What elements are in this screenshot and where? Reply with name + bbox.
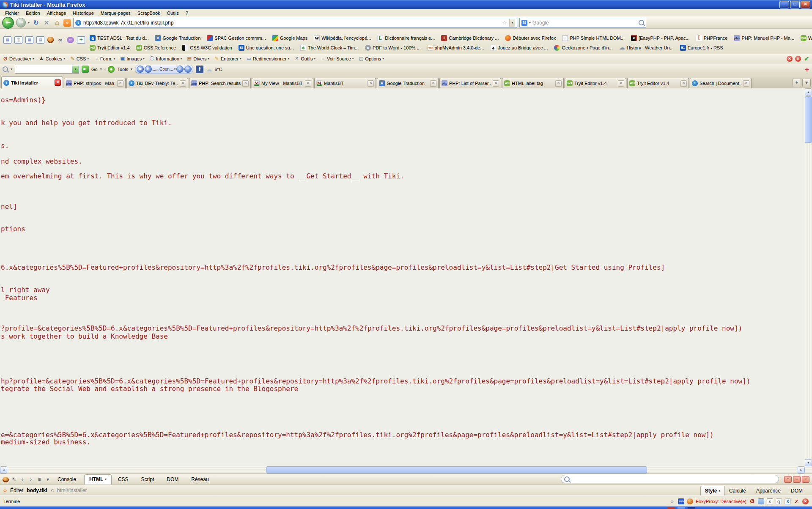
menu-item[interactable]: Fichier [2,10,22,16]
browser-tab[interactable]: M My View - MantisBT ✕ [252,78,313,88]
tab-close-icon[interactable]: ✕ [368,80,374,87]
bookmark[interactable]: E1 Europe1.fr - RSS [680,45,723,51]
bookmark[interactable]: SPAC Gestion commm... [207,35,266,41]
firebug-side-tab[interactable]: DOM [787,486,809,495]
bookmark[interactable]: a TEST ADSL : Test du d... [90,35,148,41]
browser-tab[interactable]: t Search | Document... ✕ [690,78,752,88]
tab-close-icon[interactable]: ✕ [743,80,749,87]
tab-close-icon[interactable]: ✕ [180,80,186,87]
stop-button[interactable]: ✕ [42,19,51,27]
firebug-tab[interactable]: Script [137,475,161,484]
media-play-button[interactable]: ► [145,66,152,73]
horizontal-scroll-thumb[interactable] [266,466,647,473]
webdev-menu[interactable]: ▢ Options ▾ [358,56,384,61]
gear-icon[interactable] [108,66,115,73]
forward-button[interactable]: → [16,18,26,27]
statusbar-icon[interactable]: X [785,498,791,504]
counter-label[interactable]: Coun... [159,67,173,71]
close-button[interactable]: ✕ [801,1,810,8]
browser-tab[interactable]: M MantisBT ✕ [314,78,376,88]
magnifier-dropdown-icon[interactable]: ▾ [11,67,12,71]
bookmark[interactable]: ☁ History : Weather Un... [619,45,674,51]
firebug-minimize-icon[interactable]: − [784,476,792,483]
edit-source-icon[interactable]: ‹› [3,487,7,493]
firebug-search-input[interactable] [561,475,779,483]
webdev-menu[interactable]: ✎ Entourer ▾ [214,56,241,61]
bookmark[interactable]: + Cambridge Dictionary ... [441,35,499,41]
statusbar-icon[interactable]: S [767,498,773,504]
tab-close-icon[interactable]: ✕ [555,80,562,87]
reload-button[interactable]: ↻ [32,19,40,27]
webdev-menu[interactable]: ≡ Voir Source ▾ [320,56,354,61]
bookmark[interactable]: php PHP: Manuel PHP - Ma... [734,35,794,41]
tab-list-button[interactable]: ▾ [802,79,811,87]
back-button[interactable]: ← [2,17,14,29]
error-icon[interactable]: ✕ [787,56,793,62]
horizontal-scrollbar[interactable]: ◄ ► [0,466,812,473]
addon-icon[interactable]: + [77,36,85,44]
tab-close-icon[interactable]: ✕ [680,80,687,87]
statusbar-icon[interactable]: Ø [749,498,755,504]
tab-close-icon[interactable]: ✕ [493,80,499,87]
firebug-tab[interactable]: Console [53,475,82,484]
statusbar-icon[interactable]: » [669,498,675,504]
breadcrumb-node[interactable]: body.tiki [27,487,47,493]
firebug-tab[interactable]: CSS [113,475,135,484]
bookmark[interactable]: ≡ PHP Simple HTML DOM... [562,35,625,41]
foxyproxy-status[interactable]: FoxyProxy: Désactivé(e) [696,499,746,504]
error-icon[interactable]: ✕ [795,56,801,62]
statusbar-icon[interactable]: FVD [678,498,684,504]
tools-dropdown-icon[interactable]: ▾ [131,67,132,71]
menu-item[interactable]: Édition [22,10,44,16]
valid-icon[interactable]: ✔ [804,56,809,62]
bookmark[interactable]: * The World Clock – Tim... [300,45,359,51]
bookmark[interactable]: L Dictionnaire français e... [377,35,435,41]
combo-dropdown-icon[interactable]: ▾ [72,66,79,73]
firebug-side-tab[interactable]: Style ▾ [700,486,725,495]
vertical-scrollbar[interactable]: ▲ ▼ [805,88,812,466]
addon-icon[interactable]: ▦ [3,36,11,44]
forward-history-icon[interactable]: › [27,476,34,482]
browser-tab[interactable]: php PHP: List of Parser ... ✕ [439,78,501,88]
go-button[interactable]: ► [82,66,89,73]
bookmark[interactable]: Google Maps [272,35,307,41]
facebook-icon[interactable]: f [196,66,203,73]
menu-item[interactable]: Marque-pages [97,10,134,16]
browser-tab[interactable]: php PHP: Search results ✕ [189,78,251,88]
menu-item[interactable]: ? [182,10,192,16]
temperature-label[interactable]: 6°C [214,67,222,72]
addon-icon[interactable]: ◫ [14,36,22,44]
speaker-button[interactable]: ♪ [176,66,184,73]
addon-icon[interactable]: ∞ [57,37,64,43]
tab-close-icon[interactable]: ✕ [305,80,311,87]
statusbar-icon[interactable]: ✕ [802,498,809,504]
bookmark[interactable]: w3 W3Schools Online We... [801,35,812,41]
media-stop-button[interactable]: ■ [137,66,144,73]
scroll-down-icon[interactable]: ▼ [805,459,812,466]
add-button[interactable]: + [804,66,809,72]
bookmark-star-icon[interactable]: ☆ [502,19,507,26]
bookmark[interactable]: PMA phpMyAdmin 3.4.0-de... [427,45,484,51]
browser-tab[interactable]: w3 Tryit Editor v1.4 ✕ [565,78,626,88]
counter-dropdown-icon[interactable]: ▾ [174,67,176,71]
tab-close-icon[interactable]: ✕ [117,80,123,87]
bookmark[interactable]: [ PHPFrance [696,35,728,41]
webdev-menu[interactable]: ⓘ Information ▾ [149,55,182,62]
url-text[interactable]: http://ld8.teawik-7x-01.net/tiki-install… [83,20,500,26]
menu-item[interactable]: Historique [69,10,97,16]
search-box[interactable]: G ▾ Google [519,18,646,27]
webdev-menu[interactable]: ▣ Images ▾ [120,56,145,61]
firebug-icon[interactable] [3,477,9,482]
bookmark[interactable]: w3 Tryit Editor v1.4 [90,45,130,51]
go-label[interactable]: Go [91,67,98,72]
statusbar-icon[interactable] [687,498,693,504]
home-button[interactable]: ⌂ [53,19,61,27]
addon-icon[interactable] [47,37,54,43]
webdev-menu[interactable]: Ø Désactiver ▾ [3,56,34,61]
magnifier-icon[interactable] [3,66,8,72]
search-engine-icon[interactable]: G [521,20,527,26]
firebug-tab[interactable]: HTML ▾ [84,474,112,484]
addon-icon[interactable]: ▦ [25,36,33,44]
bookmark[interactable]: w3 CSS Reference [136,45,176,51]
menu-item[interactable]: Affichage [44,10,70,16]
